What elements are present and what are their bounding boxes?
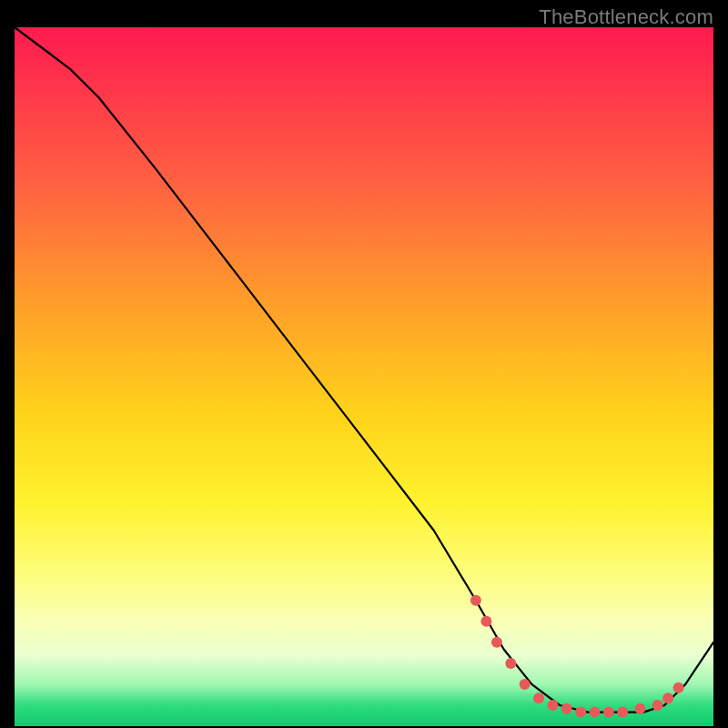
highlight-dot bbox=[561, 703, 572, 714]
highlight-dot bbox=[673, 682, 684, 693]
chart-area bbox=[15, 27, 713, 726]
bottleneck-curve bbox=[15, 27, 713, 713]
highlight-dot bbox=[470, 595, 481, 606]
highlight-dot bbox=[603, 707, 614, 718]
highlight-dot bbox=[547, 700, 558, 711]
highlight-dot bbox=[652, 700, 663, 711]
highlight-dot bbox=[662, 693, 673, 703]
highlight-dots-group bbox=[470, 595, 684, 718]
highlight-dot bbox=[491, 637, 502, 648]
highlight-dot bbox=[480, 616, 491, 627]
highlight-dot bbox=[520, 679, 531, 690]
highlight-dot bbox=[634, 703, 645, 714]
highlight-dot bbox=[617, 707, 628, 718]
highlight-dot bbox=[575, 707, 586, 718]
highlight-dot bbox=[589, 707, 600, 718]
watermark-text: TheBottleneck.com bbox=[539, 5, 713, 29]
highlight-dot bbox=[505, 658, 516, 669]
highlight-dot bbox=[533, 693, 544, 703]
chart-svg bbox=[15, 27, 713, 726]
